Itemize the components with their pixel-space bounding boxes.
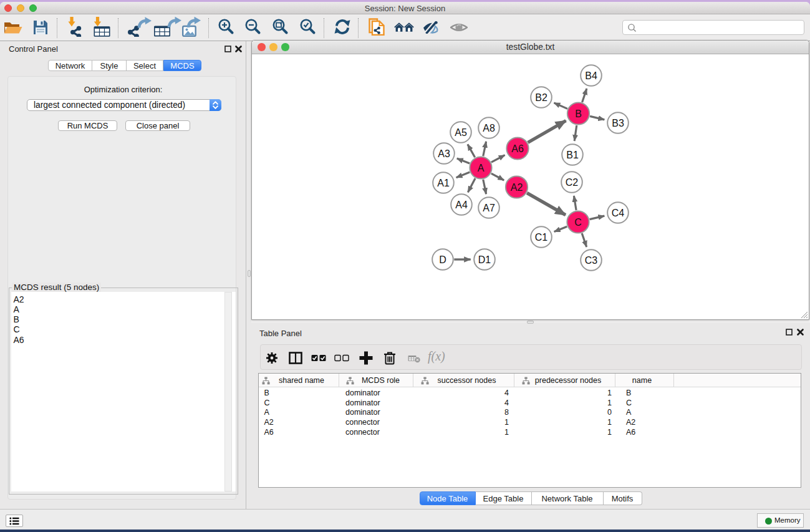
svg-text:A7: A7 xyxy=(483,203,495,213)
svg-text:C2: C2 xyxy=(566,177,579,188)
svg-text:A1: A1 xyxy=(437,178,450,188)
svg-text:A: A xyxy=(478,163,485,173)
svg-text:A6: A6 xyxy=(511,143,524,154)
svg-text:A4: A4 xyxy=(455,200,468,210)
svg-text:D: D xyxy=(439,254,446,265)
svg-text:B4: B4 xyxy=(585,70,597,81)
svg-text:C3: C3 xyxy=(585,255,598,266)
svg-text:A3: A3 xyxy=(438,148,450,159)
svg-text:D1: D1 xyxy=(478,254,491,265)
svg-text:B3: B3 xyxy=(612,118,624,128)
svg-text:B1: B1 xyxy=(566,150,579,160)
svg-text:A2: A2 xyxy=(511,182,523,193)
svg-text:B2: B2 xyxy=(535,92,547,103)
svg-text:A8: A8 xyxy=(483,123,495,133)
svg-text:A5: A5 xyxy=(455,127,467,138)
svg-text:B: B xyxy=(575,109,582,119)
svg-text:C: C xyxy=(574,217,582,228)
svg-text:C4: C4 xyxy=(612,208,625,218)
svg-text:C1: C1 xyxy=(535,232,548,243)
